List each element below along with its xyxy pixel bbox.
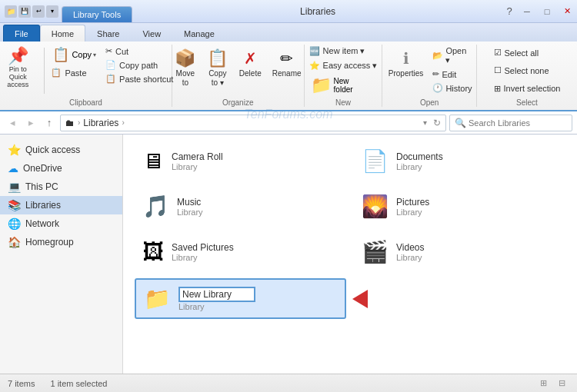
title-tab-area: Library Tools (62, 0, 134, 22)
help-button[interactable]: ? (502, 4, 517, 19)
copy-button[interactable]: 📋 Copy ▾ (48, 45, 101, 65)
edit-icon: ✏ (432, 69, 439, 79)
ribbon-group-new: 🆕 New item ▾ ⭐ Easy access ▾ 📁 Newfolder… (305, 45, 383, 107)
view-controls: ⊞ ⊟ (535, 377, 569, 390)
arrow-indicator (352, 290, 368, 308)
red-arrow (352, 290, 368, 308)
clipboard-label: Clipboard (69, 97, 102, 107)
copy-to-button[interactable]: 📋 Copyto ▾ (202, 45, 233, 91)
quick-save-icon[interactable]: 💾 (18, 5, 31, 18)
sidebar-item-libraries[interactable]: 📚 Libraries (0, 196, 122, 214)
music-icon: 🎵 (142, 194, 169, 219)
file-item-pictures[interactable]: 🌄 Pictures Library (354, 188, 565, 225)
dropdown-icon[interactable]: ▾ (46, 5, 58, 18)
rename-input[interactable] (178, 287, 255, 302)
path-libraries: Libraries (83, 118, 118, 128)
back-button[interactable]: ◂ (5, 115, 20, 131)
refresh-icon[interactable]: ↻ (433, 118, 441, 128)
file-item-new-library[interactable]: 📁 Library (135, 278, 346, 319)
copy-path-button[interactable]: 📄 Copy path (102, 58, 176, 71)
homegroup-icon: 🏠 (8, 236, 21, 248)
select-all-icon: ☑ (494, 48, 502, 58)
tab-file[interactable]: File (3, 25, 40, 42)
file-grid: 🖥 Camera Roll Library 📄 Documents Librar… (135, 142, 565, 319)
sidebar-item-onedrive[interactable]: ☁ OneDrive (0, 159, 122, 178)
title-bar-icons: 📁 💾 ↩ ▾ (0, 5, 58, 18)
sidebar-item-homegroup[interactable]: 🏠 Homegroup (0, 233, 122, 251)
selected-count: 1 item selected (50, 379, 107, 388)
undo-icon[interactable]: ↩ (32, 5, 45, 18)
paste-shortcut-icon: 📋 (105, 74, 116, 84)
open-icon: 📂 (432, 51, 443, 61)
easy-access-button[interactable]: ⭐ Easy access ▾ (306, 59, 381, 72)
address-path[interactable]: 🖿 › Libraries › ▾ ↻ (60, 115, 446, 131)
sidebar-item-network[interactable]: 🌐 Network (0, 214, 122, 233)
select-all-button[interactable]: ☑ Select all (491, 46, 542, 59)
cut-button[interactable]: ✂ Cut (102, 45, 176, 58)
new-item-icon: 🆕 (309, 46, 320, 56)
edit-button[interactable]: ✏ Edit (429, 68, 475, 81)
select-items: ☑ Select all ☐ Select none ⊞ Invert sele… (491, 45, 564, 97)
cut-icon: ✂ (105, 46, 112, 56)
title-bar: 📁 💾 ↩ ▾ Library Tools Libraries ? ─ □ ✕ (0, 0, 577, 23)
file-area: 🖥 Camera Roll Library 📄 Documents Librar… (123, 135, 577, 385)
documents-icon: 📄 (362, 148, 389, 174)
tab-view[interactable]: View (131, 25, 172, 42)
paste-shortcut-button[interactable]: 📋 Paste shortcut (102, 72, 176, 85)
app-icon: 📁 (5, 5, 17, 18)
properties-icon: ℹ (395, 48, 417, 69)
this-pc-icon: 💻 (8, 181, 21, 193)
pictures-icon: 🌄 (362, 194, 389, 219)
up-button[interactable]: ↑ (42, 115, 57, 131)
tab-share[interactable]: Share (85, 25, 131, 42)
delete-button[interactable]: ✗ Delete (235, 45, 266, 81)
sidebar-item-this-pc[interactable]: 💻 This PC (0, 178, 122, 196)
close-button[interactable]: ✕ (557, 2, 577, 22)
search-box[interactable]: 🔍 (449, 115, 572, 131)
open-button[interactable]: 📂 Open ▾ (429, 45, 475, 67)
invert-selection-icon: ⊞ (494, 84, 501, 94)
minimize-button[interactable]: ─ (517, 2, 537, 22)
details-view-button[interactable]: ⊞ (535, 377, 551, 390)
library-tools-tab[interactable]: Library Tools (62, 6, 132, 22)
ribbon-content: 📌 Pin to Quickaccess 📋 Copy ▾ 📋 Paste (0, 42, 577, 110)
videos-icon: 🎬 (362, 239, 389, 264)
ribbon: File Home Share View Manage 📌 (0, 23, 577, 111)
path-folder-icon: 🖿 (65, 118, 75, 128)
search-input[interactable] (469, 118, 575, 128)
file-item-documents[interactable]: 📄 Documents Library (354, 142, 565, 180)
path-dropdown-arrow[interactable]: ▾ (423, 118, 427, 127)
rename-button[interactable]: ✏ Rename (268, 45, 306, 81)
large-icons-view-button[interactable]: ⊟ (554, 377, 569, 390)
invert-selection-button[interactable]: ⊞ Invert selection (491, 82, 564, 95)
paste-button[interactable]: 📋 Paste (48, 66, 101, 79)
address-bar: ◂ ▸ ↑ 🖿 › Libraries › ▾ ↻ 🔍 (0, 111, 577, 135)
new-folder-button[interactable]: 📁 Newfolder (306, 74, 358, 97)
new-folder-icon: 📁 (311, 75, 332, 95)
sidebar-item-quick-access[interactable]: ⭐ Quick access (0, 141, 122, 159)
new-library-icon: 📁 (144, 286, 171, 311)
path-chevron: › (78, 118, 80, 127)
maximize-button[interactable]: □ (537, 2, 557, 22)
history-button[interactable]: 🕐 History (429, 81, 475, 95)
ribbon-group-open: ℹ Properties 📂 Open ▾ ✏ Edit (382, 45, 477, 107)
move-to-button[interactable]: 📦 Moveto (170, 45, 201, 91)
pin-to-quick-access-button[interactable]: 📌 Pin to Quickaccess (0, 45, 41, 91)
select-label: Select (516, 97, 538, 107)
easy-access-icon: ⭐ (309, 61, 320, 71)
file-item-videos[interactable]: 🎬 Videos Library (354, 233, 565, 271)
paste-icon: 📋 (51, 68, 62, 78)
camera-roll-icon: 🖥 (142, 148, 164, 174)
file-item-camera-roll[interactable]: 🖥 Camera Roll Library (135, 142, 346, 180)
file-item-music[interactable]: 🎵 Music Library (135, 188, 346, 225)
properties-col: ℹ Properties (384, 45, 429, 81)
organize-label: Organize (222, 97, 254, 107)
forward-button[interactable]: ▸ (23, 115, 38, 131)
properties-button[interactable]: ℹ Properties (384, 45, 429, 81)
tab-manage[interactable]: Manage (172, 25, 226, 42)
new-item-button[interactable]: 🆕 New item ▾ (306, 45, 369, 58)
clipboard-small-btns: ✂ Cut 📄 Copy path 📋 Paste shortcut (102, 45, 176, 85)
tab-home[interactable]: Home (40, 25, 85, 42)
file-item-saved-pictures[interactable]: 🖼 Saved Pictures Library (135, 233, 346, 271)
select-none-button[interactable]: ☐ Select none (491, 64, 552, 77)
